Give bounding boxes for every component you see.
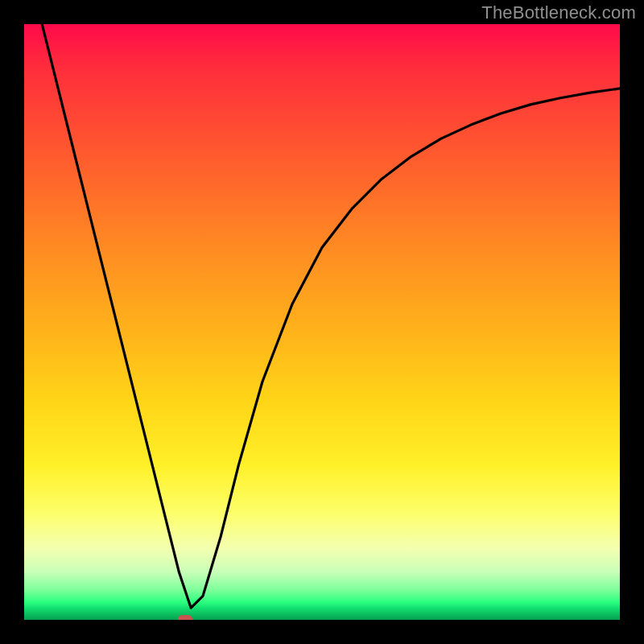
bottleneck-curve	[24, 24, 620, 620]
chart-frame: TheBottleneck.com	[0, 0, 644, 644]
minimum-marker	[178, 615, 192, 620]
plot-area	[24, 24, 620, 620]
watermark-text: TheBottleneck.com	[481, 2, 636, 23]
